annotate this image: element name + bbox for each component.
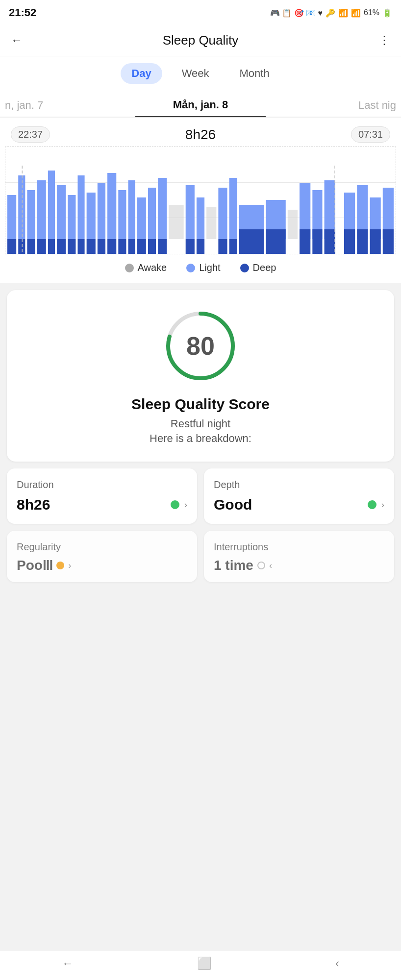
svg-rect-10 [57, 185, 66, 239]
battery-icon: 🔋 [382, 8, 392, 18]
svg-rect-40 [229, 178, 237, 239]
svg-rect-5 [27, 239, 35, 254]
back-button[interactable]: ← [9, 31, 25, 49]
svg-rect-33 [186, 185, 195, 239]
depth-label: Depth [214, 479, 384, 490]
svg-rect-2 [18, 175, 25, 239]
wifi-icon: 📶 [338, 8, 348, 18]
svg-rect-21 [107, 239, 116, 254]
depth-card[interactable]: Depth Good › [204, 468, 394, 524]
battery-percent: 61% [364, 8, 379, 17]
svg-rect-52 [325, 229, 335, 254]
date-prev[interactable]: n, jan. 7 [0, 92, 135, 117]
svg-rect-11 [57, 239, 66, 254]
legend-awake: Awake [125, 262, 167, 273]
interruptions-status-dot [257, 562, 265, 569]
sleep-chart [0, 147, 401, 254]
svg-rect-15 [77, 239, 84, 254]
svg-rect-26 [137, 197, 146, 239]
duration-status-dot [171, 500, 179, 509]
svg-rect-4 [27, 190, 35, 239]
interruptions-value-row: 1 time ‹ [214, 558, 384, 573]
header: ← Sleep Quality ⋮ [0, 25, 401, 56]
depth-value: Good [214, 496, 363, 513]
breakdown-row-1: Duration 8h26 › Depth Good › [7, 468, 394, 524]
regularity-value-row: Poolll › [17, 558, 187, 573]
svg-rect-60 [383, 229, 394, 254]
score-subtitle: Restful night [171, 417, 230, 430]
svg-rect-34 [186, 239, 195, 254]
svg-rect-14 [77, 175, 84, 239]
sleep-legend: Awake Light Deep [0, 254, 401, 283]
chart-border [5, 147, 396, 254]
svg-rect-31 [158, 239, 167, 254]
svg-rect-6 [37, 180, 46, 239]
duration-card[interactable]: Duration 8h26 › [7, 468, 197, 524]
score-number: 80 [186, 331, 215, 361]
svg-rect-27 [137, 239, 146, 254]
tab-month[interactable]: Month [229, 63, 280, 84]
nav-home-button[interactable]: ⬜ [197, 956, 212, 970]
awake-label: Awake [138, 262, 167, 273]
chart-bars [5, 166, 396, 254]
score-circle: 80 [161, 307, 240, 385]
sleep-duration: 8h26 [185, 127, 216, 143]
svg-rect-12 [68, 195, 75, 239]
nav-forward-button[interactable]: ‹ [335, 956, 339, 970]
svg-rect-35 [197, 197, 204, 239]
svg-rect-22 [118, 190, 126, 239]
legend-light: Light [186, 262, 220, 273]
bottom-nav: ← ⬜ ‹ [0, 950, 401, 980]
svg-rect-37 [206, 207, 216, 239]
svg-rect-16 [87, 193, 96, 239]
light-dot [186, 264, 195, 272]
depth-chevron-icon: › [381, 500, 384, 510]
regularity-chevron-icon: › [68, 561, 71, 571]
svg-rect-3 [18, 239, 25, 254]
score-desc: Here is a breakdown: [150, 432, 251, 445]
svg-rect-7 [37, 239, 46, 254]
svg-rect-28 [148, 188, 156, 239]
svg-rect-54 [344, 229, 355, 254]
date-navigation: n, jan. 7 Mån, jan. 8 Last nig [0, 92, 401, 118]
svg-rect-17 [87, 239, 96, 254]
svg-rect-58 [370, 229, 381, 254]
notification-icons: 🎮 📋 🎯 📧 ♥ [270, 8, 323, 18]
svg-rect-30 [158, 178, 167, 239]
duration-value-row: 8h26 › [17, 496, 187, 513]
awake-dot [125, 264, 134, 272]
tab-bar: Day Week Month [0, 56, 401, 92]
menu-button[interactable]: ⋮ [376, 31, 392, 49]
date-next[interactable]: Last nig [266, 92, 401, 117]
duration-value: 8h26 [17, 496, 166, 513]
score-card: 80 Sleep Quality Score Restful night Her… [7, 290, 394, 462]
nav-back-button[interactable]: ← [62, 956, 74, 970]
svg-rect-9 [48, 239, 55, 254]
svg-rect-13 [68, 239, 75, 254]
date-current[interactable]: Mån, jan. 8 [135, 92, 266, 118]
interruptions-label: Interruptions [214, 541, 384, 553]
svg-rect-23 [118, 239, 126, 254]
svg-rect-0 [7, 195, 16, 239]
duration-label: Duration [17, 479, 187, 490]
interruptions-value: 1 time [214, 558, 253, 573]
sleep-start: 22:37 [11, 126, 50, 143]
tab-week[interactable]: Week [171, 63, 220, 84]
tab-day[interactable]: Day [121, 63, 162, 84]
regularity-label: Regularity [17, 541, 187, 553]
svg-rect-19 [98, 239, 105, 254]
svg-rect-29 [148, 239, 156, 254]
svg-rect-39 [218, 239, 227, 254]
svg-rect-41 [229, 239, 237, 254]
svg-rect-8 [48, 171, 55, 239]
svg-rect-43 [239, 229, 264, 254]
interruptions-card[interactable]: Interruptions 1 time ‹ [204, 531, 394, 582]
svg-rect-38 [218, 188, 227, 239]
key-icon: 🔑 [326, 8, 335, 18]
score-title: Sleep Quality Score [131, 396, 270, 413]
status-time: 21:52 [9, 6, 36, 19]
regularity-card[interactable]: Regularity Poolll › [7, 531, 197, 582]
breakdown-row-2: Regularity Poolll › Interruptions 1 time… [7, 531, 394, 582]
depth-status-dot [368, 500, 376, 509]
svg-rect-32 [169, 205, 183, 239]
